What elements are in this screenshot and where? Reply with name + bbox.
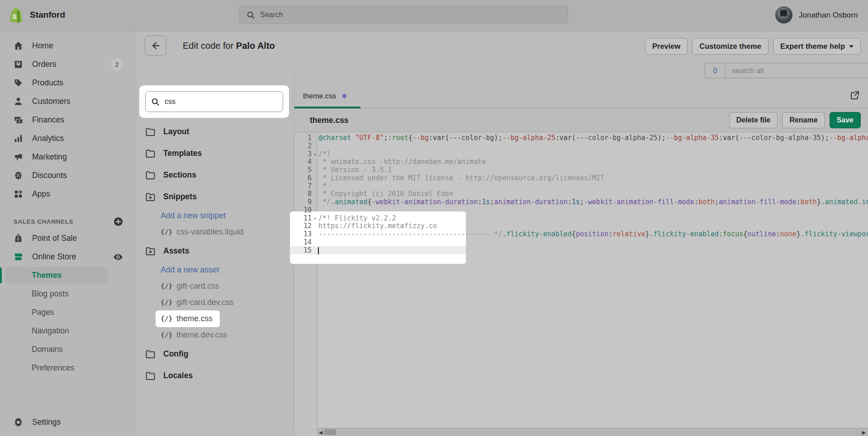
code-line-3[interactable]: 3▾/*! [294, 150, 868, 159]
orders-count-badge: 2 [111, 58, 123, 70]
file-gift-card-css[interactable]: {/}gift-card.css [145, 278, 290, 294]
button-label: Rename [789, 116, 817, 124]
code-line-10[interactable]: 10 [294, 206, 868, 215]
folder-templates[interactable]: Templates [145, 142, 290, 164]
sidebar-item-blog-posts[interactable]: Blog posts [0, 285, 136, 303]
code-find-bar[interactable]: 0 search all [705, 63, 868, 78]
line-number: 4 [294, 158, 317, 166]
code-line-15[interactable]: 15 [294, 247, 868, 255]
sidebar-item-label: Orders [32, 60, 56, 69]
line-number: 10 [294, 206, 317, 215]
global-search-placeholder: Search [260, 11, 283, 19]
sidebar-item-navigation[interactable]: Navigation [0, 322, 136, 340]
preview-button[interactable]: Preview [645, 38, 688, 55]
horizontal-scrollbar[interactable]: ◀ ▶ [294, 428, 868, 436]
sidebar-item-pages[interactable]: Pages [0, 303, 136, 322]
sidebar-item-point-of-sale[interactable]: SPoint of Sale [0, 229, 136, 248]
code-line-13[interactable]: 13--------------------------------------… [294, 230, 868, 239]
folder-layout[interactable]: Layout [145, 121, 290, 142]
scroll-left-arrow-icon[interactable]: ◀ [318, 429, 324, 436]
sidebar-item-home[interactable]: Home [0, 37, 136, 55]
sidebar-item-label: Marketing [32, 152, 67, 162]
code-line-1[interactable]: 1@charset "UTF-8";:root{--bg:var(---colo… [294, 134, 868, 142]
sidebar-item-apps[interactable]: Apps [0, 185, 136, 203]
file-gift-card-dev-css[interactable]: {/}gift-card.dev.css [145, 294, 290, 310]
sidebar-item-label: Apps [32, 189, 50, 199]
folder-open-icon [145, 192, 156, 202]
sidebar-item-label: Finances [32, 115, 64, 125]
code-line-12[interactable]: 12https://flickity.metafizzy.co [294, 222, 868, 230]
scrollbar-track[interactable]: ◀ ▶ [317, 428, 868, 436]
add-sales-channel-icon[interactable] [114, 217, 123, 226]
sidebar-item-settings[interactable]: Settings [0, 413, 136, 431]
code-file-icon: {/} [161, 228, 172, 235]
code-line-7[interactable]: 7 * [294, 183, 868, 191]
code-editor[interactable]: 1@charset "UTF-8";:root{--bg:var(---colo… [294, 132, 868, 428]
code-line-8[interactable]: 8 * Copyright (c) 2016 Daniel Eden [294, 190, 868, 198]
delete-file-button[interactable]: Delete file [729, 112, 778, 128]
file-theme-dev-css[interactable]: {/}theme.dev.css [145, 327, 290, 343]
folder-assets[interactable]: Assets [145, 240, 290, 262]
file-theme-css[interactable]: {/}theme.css [145, 310, 290, 327]
sidebar-item-online-store[interactable]: Online Store [0, 248, 136, 266]
code-line-2[interactable]: 2 [294, 142, 868, 150]
eye-icon[interactable] [113, 252, 123, 262]
file-css-variables-liquid[interactable]: {/}css-variables.liquid [145, 224, 290, 240]
sidebar-item-discounts[interactable]: Discounts [0, 166, 136, 185]
sidebar-item-preferences[interactable]: Preferences [0, 359, 136, 377]
code-line-4[interactable]: 4 * animate.css -http://daneden.me/anima… [294, 158, 868, 166]
rename-button[interactable]: Rename [782, 112, 825, 128]
tab-theme-css[interactable]: theme.css [294, 84, 346, 108]
line-number: 6 [294, 174, 317, 183]
code-line-11[interactable]: 11▾/*! Flickity v2.2.2 [294, 215, 868, 223]
scrollbar-thumb[interactable] [324, 429, 336, 435]
user-avatar[interactable] [775, 6, 792, 23]
save-button[interactable]: Save [830, 112, 861, 128]
folder-locales[interactable]: Locales [145, 365, 290, 386]
fullscreen-icon[interactable] [849, 90, 860, 101]
expert-theme-help-button[interactable]: Expert theme help [773, 38, 861, 55]
code-line-text: /*! Flickity v2.2.2 [317, 215, 868, 223]
sidebar-item-label: Blog posts [32, 289, 69, 299]
fold-caret-icon[interactable]: ▾ [314, 151, 316, 159]
back-arrow-icon [150, 40, 161, 51]
code-line-6[interactable]: 6 * Licensed under the MIT license - htt… [294, 174, 868, 183]
sidebar-item-domains[interactable]: Domains [0, 340, 136, 359]
code-line-9[interactable]: 9 */.animated{-webkit-animation-duration… [294, 198, 868, 206]
file-name: gift-card.dev.css [176, 298, 233, 307]
add-a-new-asset-link[interactable]: Add a new asset [145, 262, 290, 278]
sidebar-item-customers[interactable]: Customers [0, 92, 136, 111]
sidebar-item-themes[interactable]: Themes [0, 266, 136, 285]
folder-snippets[interactable]: Snippets [145, 186, 290, 207]
customize-theme-button[interactable]: Customize theme [692, 38, 768, 55]
search-icon [247, 11, 255, 19]
back-button[interactable] [145, 35, 166, 56]
global-search-input[interactable]: Search [239, 6, 568, 24]
online-store-subnav: ThemesBlog postsPagesNavigationDomainsPr… [0, 266, 136, 377]
file-name: css-variables.liquid [176, 227, 243, 237]
folder-label: Templates [163, 149, 202, 158]
line-number: 3▾ [294, 150, 317, 159]
sidebar-item-orders[interactable]: Orders2 [0, 55, 136, 74]
code-line-text: */.animated{-webkit-animation-duration:1… [317, 198, 868, 206]
sidebar-item-products[interactable]: Products [0, 74, 136, 92]
user-name[interactable]: Jonathan Osborn [799, 11, 858, 20]
code-line-5[interactable]: 5 * Version - 3.5.1 [294, 166, 868, 174]
sidebar-item-finances[interactable]: Finances [0, 111, 136, 129]
sidebar-item-label: Products [32, 78, 63, 88]
search-icon [151, 98, 160, 106]
folder-config[interactable]: Config [145, 343, 290, 365]
file-name: theme.dev.css [176, 330, 227, 340]
code-line-14[interactable]: 14 [294, 239, 868, 247]
sidebar-item-marketing[interactable]: Marketing [0, 148, 136, 166]
shopify-logo-icon: S [8, 7, 23, 24]
sidebar-item-analytics[interactable]: Analytics [0, 129, 136, 148]
page-title: Edit code for Palo Alto [183, 41, 275, 51]
fold-caret-icon[interactable]: ▾ [314, 215, 316, 223]
chevron-down-icon [849, 45, 854, 48]
scroll-right-arrow-icon[interactable]: ▶ [861, 429, 867, 436]
add-a-new-snippet-link[interactable]: Add a new snippet [145, 207, 290, 224]
active-item-accent-bar [0, 267, 2, 283]
file-search-input[interactable]: css [145, 91, 283, 112]
folder-sections[interactable]: Sections [145, 164, 290, 186]
